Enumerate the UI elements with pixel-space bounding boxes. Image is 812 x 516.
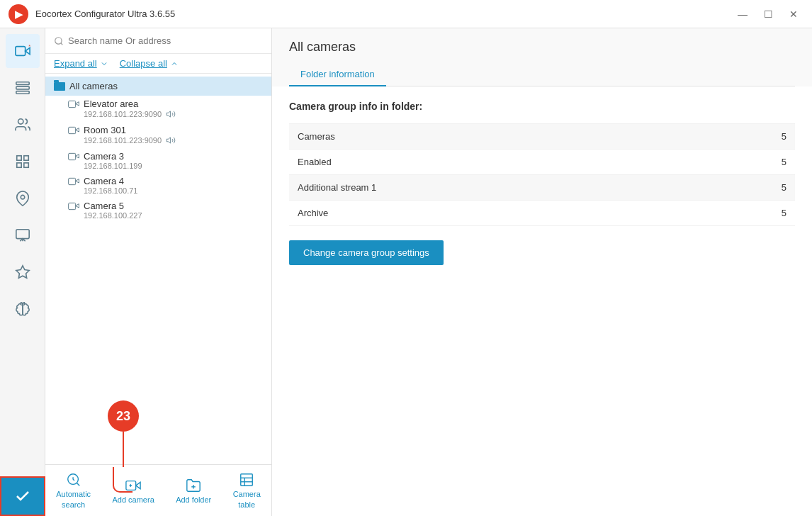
folder-label: All cameras <box>69 81 118 91</box>
sidebar-item-layout[interactable] <box>6 145 40 179</box>
svg-rect-12 <box>16 163 21 167</box>
list-item[interactable]: Elevator area 192.168.101.223:9090 <box>45 96 271 122</box>
svg-rect-11 <box>23 163 28 167</box>
svg-rect-2 <box>16 82 28 85</box>
svg-rect-0 <box>15 47 25 56</box>
camera-icon <box>68 176 79 186</box>
sidebar-item-servers[interactable] <box>6 71 40 105</box>
info-table: Cameras 5 Enabled 5 Additional stream 1 … <box>289 123 795 226</box>
sidebar-icons: * <box>0 28 45 516</box>
camera-name: Camera 3 <box>84 151 124 162</box>
row-value: 5 <box>700 150 795 175</box>
main-container: * <box>0 28 812 516</box>
svg-line-18 <box>61 43 63 45</box>
search-icon <box>54 36 64 46</box>
close-button[interactable]: ✕ <box>784 4 803 24</box>
svg-rect-9 <box>16 156 21 160</box>
svg-rect-24 <box>69 178 76 184</box>
info-section: Camera group info in folder: Cameras 5 E… <box>289 101 795 265</box>
main-body: Camera group info in folder: Cameras 5 E… <box>272 86 812 516</box>
add-folder-btn[interactable]: Add folder <box>170 475 217 507</box>
camera-icon <box>68 125 79 135</box>
auto-search-icon <box>66 472 81 488</box>
camera-name: Camera 5 <box>84 201 124 211</box>
camera-name: Camera 4 <box>84 176 124 186</box>
sidebar-item-users[interactable] <box>6 108 40 142</box>
svg-point-8 <box>18 119 23 124</box>
sidebar-item-monitor[interactable] <box>6 218 40 252</box>
camera-icon <box>68 152 79 162</box>
sidebar-item-ai[interactable] <box>6 292 40 326</box>
svg-rect-21 <box>69 127 76 133</box>
camera-name: Elevator area <box>84 99 138 109</box>
badge-number: 23 <box>108 400 139 432</box>
window-controls: — ☐ ✕ <box>733 4 803 24</box>
table-row: Additional stream 1 5 <box>289 175 795 201</box>
camera-icon <box>68 201 79 211</box>
change-camera-group-settings-button[interactable]: Change camera group settings <box>289 240 444 265</box>
titlebar: ▶ Eocortex Configurator Ultra 3.6.55 — ☐… <box>0 0 812 28</box>
svg-rect-3 <box>16 86 28 89</box>
svg-rect-14 <box>16 230 28 239</box>
list-item[interactable]: Camera 3 192.168.101.199 <box>45 148 271 173</box>
sidebar-item-cameras[interactable]: * <box>6 34 40 68</box>
app-title: Eocortex Configurator Ultra 3.6.55 <box>35 9 175 19</box>
svg-rect-19 <box>69 101 76 107</box>
tree-bottom-toolbar: Automatic search Add camera Add folder <box>45 464 271 516</box>
maximize-button[interactable]: ☐ <box>758 4 778 24</box>
row-value: 5 <box>700 175 795 201</box>
row-value: 5 <box>700 124 795 150</box>
camera-icon <box>68 99 79 109</box>
svg-marker-22 <box>167 138 170 143</box>
audio-icon <box>166 109 176 119</box>
main-content: All cameras Folder information Camera gr… <box>272 28 812 516</box>
list-item[interactable]: Camera 5 192.168.100.227 <box>45 198 271 223</box>
svg-rect-23 <box>69 153 76 159</box>
tree-content: All cameras Elevator area 192.168.101.22… <box>45 74 271 393</box>
table-row: Cameras 5 <box>289 124 795 150</box>
svg-marker-16 <box>16 266 28 278</box>
svg-rect-33 <box>241 474 253 486</box>
sidebar-item-map[interactable] <box>6 181 40 215</box>
camera-ip: 192.168.101.223:9090 <box>84 136 162 145</box>
search-bar <box>45 28 271 54</box>
app-logo: ▶ <box>9 4 28 24</box>
svg-rect-25 <box>69 203 76 209</box>
add-folder-icon <box>186 478 201 493</box>
chevron-up-icon <box>170 60 179 68</box>
list-item[interactable]: Room 301 192.168.101.223:9090 <box>45 122 271 148</box>
sidebar-item-analytics[interactable] <box>6 255 40 289</box>
tab-bar: Folder information <box>289 63 795 86</box>
camera-ip: 192.168.101.223:9090 <box>84 110 162 118</box>
table-row: Archive 5 <box>289 201 795 226</box>
minimize-button[interactable]: — <box>733 4 752 24</box>
camera-ip: 192.168.100.71 <box>84 186 137 195</box>
camera-table-btn[interactable]: Camera table <box>227 469 266 512</box>
table-row: Enabled 5 <box>289 150 795 175</box>
camera-ip: 192.168.101.199 <box>84 162 142 170</box>
tab-folder-information[interactable]: Folder information <box>289 63 386 86</box>
svg-marker-20 <box>167 111 170 117</box>
tree-toolbar: Expand all Collapse all <box>45 54 271 74</box>
row-label: Archive <box>289 201 700 226</box>
expand-all-button[interactable]: Expand all <box>54 58 108 69</box>
svg-line-27 <box>77 483 79 486</box>
collapse-all-button[interactable]: Collapse all <box>120 58 179 69</box>
list-item[interactable]: Camera 4 192.168.100.71 <box>45 173 271 198</box>
camera-ip: 192.168.100.227 <box>84 211 142 220</box>
search-input[interactable] <box>68 35 263 46</box>
folder-all-cameras[interactable]: All cameras <box>45 77 271 96</box>
automatic-search-btn[interactable]: Automatic search <box>50 469 96 512</box>
svg-point-17 <box>55 37 62 43</box>
row-label: Enabled <box>289 150 700 175</box>
row-label: Cameras <box>289 124 700 150</box>
row-label: Additional stream 1 <box>289 175 700 201</box>
svg-point-13 <box>21 195 25 199</box>
info-title: Camera group info in folder: <box>289 101 795 112</box>
row-value: 5 <box>700 201 795 226</box>
svg-rect-4 <box>16 91 28 94</box>
audio-icon <box>166 135 176 145</box>
camera-name: Room 301 <box>84 125 126 135</box>
apply-button[interactable] <box>0 476 45 516</box>
folder-icon <box>54 82 65 91</box>
